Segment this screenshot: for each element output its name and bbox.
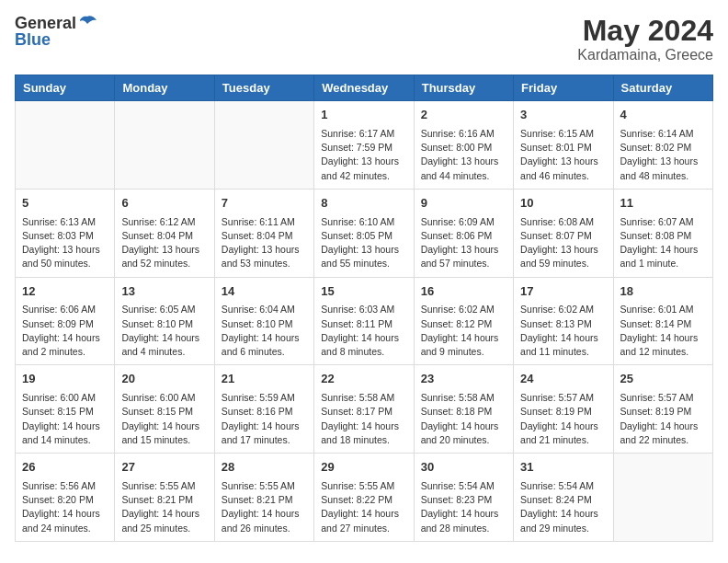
logo: General Blue [15, 15, 97, 48]
day-number: 4 [620, 107, 706, 124]
day-number: 9 [421, 195, 506, 213]
day-number: 24 [520, 371, 606, 388]
day-number: 13 [121, 283, 207, 301]
calendar-cell [115, 101, 214, 190]
calendar-cell [214, 101, 313, 190]
calendar-cell [16, 101, 115, 190]
day-number: 8 [321, 195, 406, 213]
calendar-week-row: 19Sunrise: 6:00 AMSunset: 8:15 PMDayligh… [16, 365, 713, 454]
calendar-cell: 5Sunrise: 6:13 AMSunset: 8:03 PMDaylight… [16, 189, 115, 277]
day-number: 16 [421, 283, 506, 301]
logo-blue: Blue [15, 31, 97, 48]
weekday-header-wednesday: Wednesday [314, 75, 414, 101]
day-number: 10 [520, 195, 606, 213]
day-number: 28 [222, 459, 307, 477]
calendar-cell: 22Sunrise: 5:58 AMSunset: 8:17 PMDayligh… [314, 365, 414, 454]
weekday-header-monday: Monday [115, 75, 214, 101]
calendar-cell: 16Sunrise: 6:02 AMSunset: 8:12 PMDayligh… [414, 277, 513, 365]
day-number: 11 [620, 195, 706, 213]
title-block: May 2024 Kardamaina, Greece [577, 15, 713, 63]
day-number: 29 [321, 459, 406, 477]
day-number: 3 [520, 107, 606, 124]
location-subtitle: Kardamaina, Greece [577, 47, 713, 63]
day-number: 22 [321, 371, 406, 388]
day-number: 2 [421, 107, 506, 124]
month-year-title: May 2024 [577, 15, 713, 47]
calendar-cell: 15Sunrise: 6:03 AMSunset: 8:11 PMDayligh… [314, 277, 414, 365]
day-number: 20 [121, 371, 207, 388]
calendar-cell: 25Sunrise: 5:57 AMSunset: 8:19 PMDayligh… [613, 365, 712, 454]
calendar-cell: 14Sunrise: 6:04 AMSunset: 8:10 PMDayligh… [214, 277, 313, 365]
day-number: 17 [520, 283, 606, 301]
calendar-cell: 12Sunrise: 6:06 AMSunset: 8:09 PMDayligh… [16, 277, 115, 365]
day-number: 5 [22, 195, 108, 213]
day-number: 12 [22, 283, 108, 301]
calendar-cell: 17Sunrise: 6:02 AMSunset: 8:13 PMDayligh… [514, 277, 613, 365]
calendar-cell: 2Sunrise: 6:16 AMSunset: 8:00 PMDaylight… [414, 101, 513, 190]
calendar-cell: 28Sunrise: 5:55 AMSunset: 8:21 PMDayligh… [214, 454, 313, 542]
weekday-header-saturday: Saturday [613, 75, 712, 101]
calendar-cell: 23Sunrise: 5:58 AMSunset: 8:18 PMDayligh… [414, 365, 513, 454]
calendar-cell: 13Sunrise: 6:05 AMSunset: 8:10 PMDayligh… [115, 277, 214, 365]
day-number: 14 [222, 283, 307, 301]
calendar-week-row: 1Sunrise: 6:17 AMSunset: 7:59 PMDaylight… [16, 101, 713, 190]
calendar-cell: 30Sunrise: 5:54 AMSunset: 8:23 PMDayligh… [414, 454, 513, 542]
day-number: 18 [620, 283, 706, 301]
calendar-cell: 21Sunrise: 5:59 AMSunset: 8:16 PMDayligh… [214, 365, 313, 454]
day-number: 25 [620, 371, 706, 388]
calendar-week-row: 26Sunrise: 5:56 AMSunset: 8:20 PMDayligh… [16, 454, 713, 542]
calendar-cell: 9Sunrise: 6:09 AMSunset: 8:06 PMDaylight… [414, 189, 513, 277]
weekday-header-tuesday: Tuesday [214, 75, 313, 101]
day-number: 7 [222, 195, 307, 213]
calendar-cell: 8Sunrise: 6:10 AMSunset: 8:05 PMDaylight… [314, 189, 414, 277]
weekday-header-sunday: Sunday [16, 75, 115, 101]
calendar-cell: 18Sunrise: 6:01 AMSunset: 8:14 PMDayligh… [613, 277, 712, 365]
calendar-cell: 4Sunrise: 6:14 AMSunset: 8:02 PMDaylight… [613, 101, 712, 190]
day-number: 15 [321, 283, 406, 301]
day-number: 27 [121, 459, 207, 477]
weekday-header-thursday: Thursday [414, 75, 513, 101]
day-number: 30 [421, 459, 506, 477]
calendar-cell: 11Sunrise: 6:07 AMSunset: 8:08 PMDayligh… [613, 189, 712, 277]
calendar-cell: 24Sunrise: 5:57 AMSunset: 8:19 PMDayligh… [514, 365, 613, 454]
calendar-cell: 19Sunrise: 6:00 AMSunset: 8:15 PMDayligh… [16, 365, 115, 454]
calendar-cell [613, 454, 712, 542]
calendar-week-row: 12Sunrise: 6:06 AMSunset: 8:09 PMDayligh… [16, 277, 713, 365]
weekday-header-friday: Friday [514, 75, 613, 101]
day-number: 1 [321, 107, 406, 124]
calendar-cell: 31Sunrise: 5:54 AMSunset: 8:24 PMDayligh… [514, 454, 613, 542]
calendar-cell: 26Sunrise: 5:56 AMSunset: 8:20 PMDayligh… [16, 454, 115, 542]
calendar-table: SundayMondayTuesdayWednesdayThursdayFrid… [15, 75, 713, 542]
day-number: 19 [22, 371, 108, 388]
calendar-week-row: 5Sunrise: 6:13 AMSunset: 8:03 PMDaylight… [16, 189, 713, 277]
day-number: 21 [222, 371, 307, 388]
logo-bird-icon [78, 15, 97, 31]
day-number: 31 [520, 459, 606, 477]
calendar-cell: 10Sunrise: 6:08 AMSunset: 8:07 PMDayligh… [514, 189, 613, 277]
calendar-cell: 6Sunrise: 6:12 AMSunset: 8:04 PMDaylight… [115, 189, 214, 277]
calendar-cell: 20Sunrise: 6:00 AMSunset: 8:15 PMDayligh… [115, 365, 214, 454]
calendar-cell: 7Sunrise: 6:11 AMSunset: 8:04 PMDaylight… [214, 189, 313, 277]
day-number: 6 [121, 195, 207, 213]
calendar-cell: 3Sunrise: 6:15 AMSunset: 8:01 PMDaylight… [514, 101, 613, 190]
calendar-cell: 29Sunrise: 5:55 AMSunset: 8:22 PMDayligh… [314, 454, 414, 542]
calendar-cell: 27Sunrise: 5:55 AMSunset: 8:21 PMDayligh… [115, 454, 214, 542]
weekday-header-row: SundayMondayTuesdayWednesdayThursdayFrid… [16, 75, 713, 101]
logo-general: General [15, 15, 76, 31]
page-header: General Blue May 2024 Kardamaina, Greece [15, 15, 713, 63]
day-number: 23 [421, 371, 506, 388]
day-number: 26 [22, 459, 108, 477]
calendar-cell: 1Sunrise: 6:17 AMSunset: 7:59 PMDaylight… [314, 101, 414, 190]
